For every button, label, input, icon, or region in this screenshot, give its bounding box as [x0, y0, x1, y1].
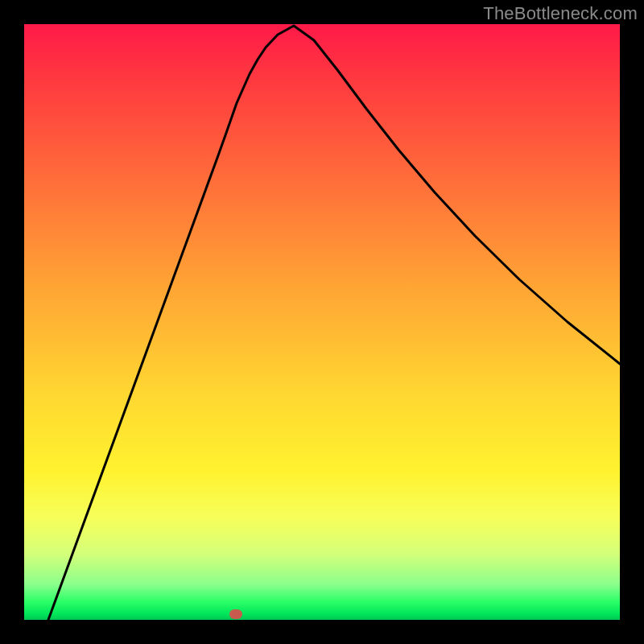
- bottleneck-curve: [24, 24, 620, 620]
- plot-area: [24, 24, 620, 620]
- chart-frame: TheBottleneck.com: [0, 0, 644, 644]
- optimal-point-marker: [229, 609, 242, 619]
- watermark-text: TheBottleneck.com: [483, 3, 638, 24]
